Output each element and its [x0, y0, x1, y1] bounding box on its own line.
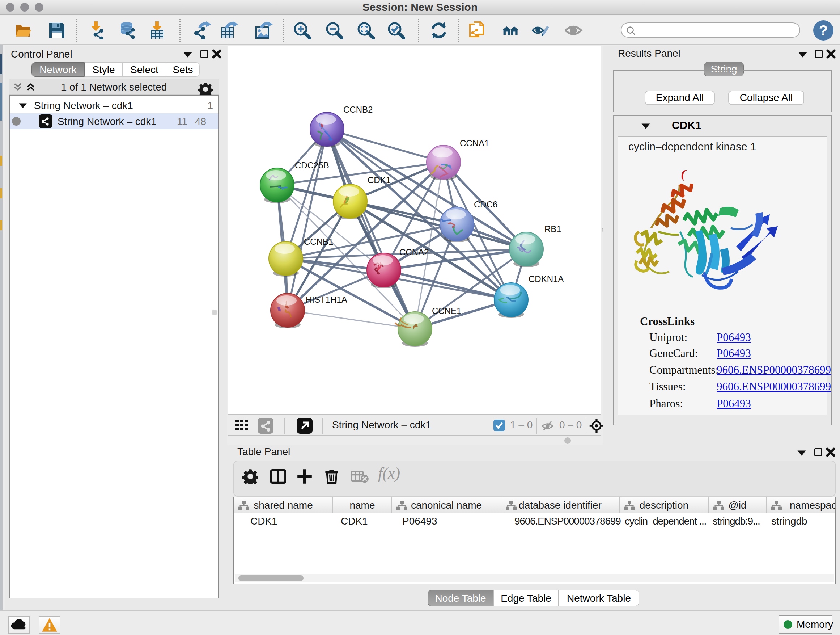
- svg-text:CCNA1: CCNA1: [460, 138, 489, 148]
- svg-text:CCNA2: CCNA2: [399, 247, 429, 257]
- svg-text:CCNB1: CCNB1: [304, 237, 333, 247]
- svg-text:CDK1: CDK1: [368, 175, 391, 185]
- svg-text:CDC6: CDC6: [474, 200, 497, 209]
- svg-text:RB1: RB1: [545, 224, 561, 234]
- svg-text:CCNB2: CCNB2: [343, 105, 373, 114]
- svg-text:HIST1H1A: HIST1H1A: [306, 295, 347, 304]
- svg-text:CDC25B: CDC25B: [295, 160, 329, 170]
- svg-text:CDKN1A: CDKN1A: [529, 274, 564, 284]
- svg-text:CCNE1: CCNE1: [432, 306, 461, 316]
